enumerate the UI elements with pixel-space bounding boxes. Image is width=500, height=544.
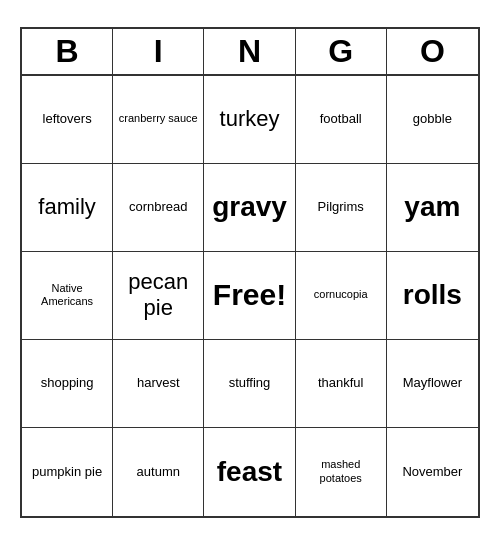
- header-letter-b: B: [22, 29, 113, 74]
- bingo-cell-4: gobble: [387, 76, 478, 164]
- bingo-header: BINGO: [22, 29, 478, 76]
- bingo-card: BINGO leftoverscranberry sauceturkeyfoot…: [20, 27, 480, 518]
- header-letter-o: O: [387, 29, 478, 74]
- bingo-cell-2: turkey: [204, 76, 295, 164]
- bingo-cell-3: football: [296, 76, 387, 164]
- bingo-cell-22: feast: [204, 428, 295, 516]
- bingo-cell-17: stuffing: [204, 340, 295, 428]
- bingo-grid: leftoverscranberry sauceturkeyfootballgo…: [22, 76, 478, 516]
- bingo-cell-15: shopping: [22, 340, 113, 428]
- bingo-cell-9: yam: [387, 164, 478, 252]
- bingo-cell-13: cornucopia: [296, 252, 387, 340]
- bingo-cell-24: November: [387, 428, 478, 516]
- bingo-cell-11: pecan pie: [113, 252, 204, 340]
- bingo-cell-18: thankful: [296, 340, 387, 428]
- bingo-cell-7: gravy: [204, 164, 295, 252]
- bingo-cell-10: Native Americans: [22, 252, 113, 340]
- bingo-cell-14: rolls: [387, 252, 478, 340]
- bingo-cell-8: Pilgrims: [296, 164, 387, 252]
- header-letter-n: N: [204, 29, 295, 74]
- bingo-cell-0: leftovers: [22, 76, 113, 164]
- bingo-cell-23: mashed potatoes: [296, 428, 387, 516]
- bingo-cell-19: Mayflower: [387, 340, 478, 428]
- bingo-cell-5: family: [22, 164, 113, 252]
- header-letter-i: I: [113, 29, 204, 74]
- header-letter-g: G: [296, 29, 387, 74]
- bingo-cell-1: cranberry sauce: [113, 76, 204, 164]
- bingo-cell-20: pumpkin pie: [22, 428, 113, 516]
- bingo-cell-12: Free!: [204, 252, 295, 340]
- bingo-cell-6: cornbread: [113, 164, 204, 252]
- bingo-cell-16: harvest: [113, 340, 204, 428]
- bingo-cell-21: autumn: [113, 428, 204, 516]
